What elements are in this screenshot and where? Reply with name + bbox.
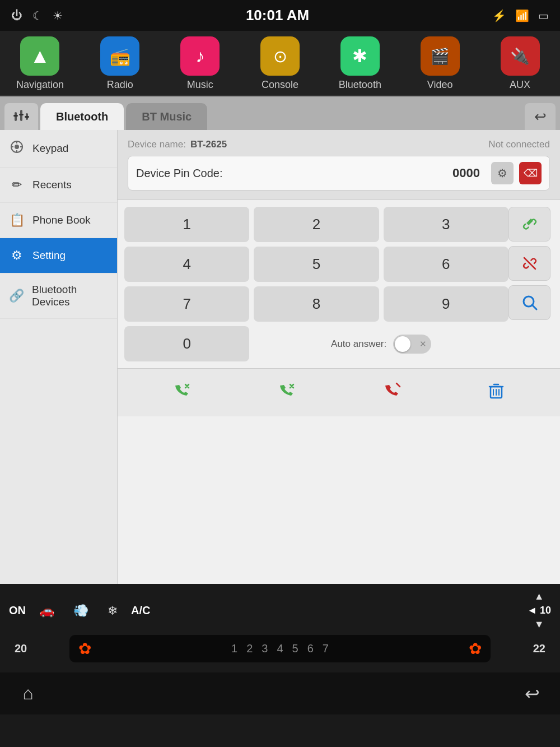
tab-bar: Bluetooth BT Music ↩: [0, 96, 560, 130]
device-status: Not connected: [488, 139, 550, 150]
climate-fan-icon[interactable]: 💨: [68, 601, 94, 620]
delete-button[interactable]: [477, 375, 516, 410]
app-radio[interactable]: 📻 Radio: [80, 31, 160, 95]
app-bluetooth[interactable]: ✱ Bluetooth: [320, 31, 400, 95]
radio-icon: 📻: [100, 36, 139, 76]
volume-controls: ▲ ◄ 10 ▼: [527, 591, 551, 630]
keypad-sidebar-icon: [9, 140, 25, 157]
setting-icon: ⚙: [9, 248, 25, 263]
fan-numbers: 1 2 3 4 5 6 7: [231, 642, 329, 655]
fan-num-2: 2: [246, 642, 253, 655]
pin-row: Device Pin Code: 0000 ⚙ ⌫: [128, 156, 550, 191]
recents-label: Recents: [32, 179, 72, 191]
link-icon: [520, 214, 540, 234]
bottom-nav: ⌂ ↩: [0, 672, 560, 714]
auto-answer-cell: Auto answer: ✕: [254, 326, 508, 361]
status-left-icons: ⏻ ☾ ☀: [11, 9, 63, 22]
recents-icon: ✏: [9, 178, 25, 192]
connect-button[interactable]: [508, 207, 550, 242]
call-outgoing-button[interactable]: [162, 375, 201, 410]
sidebar-item-bluetooth-devices[interactable]: 🔗 Bluetooth Devices: [0, 273, 117, 319]
tab-btmusic[interactable]: BT Music: [126, 103, 207, 130]
app-video[interactable]: 🎬 Video: [400, 31, 480, 95]
back-button[interactable]: ↩: [525, 103, 556, 130]
climate-defrost-icon[interactable]: ❄: [102, 601, 123, 620]
app-music[interactable]: ♪ Music: [160, 31, 240, 95]
numpad-1[interactable]: 1: [124, 207, 249, 242]
sidebar-item-keypad[interactable]: Keypad: [0, 130, 117, 168]
numpad-0[interactable]: 0: [124, 326, 249, 361]
console-label: Console: [262, 79, 298, 91]
sidebar: Keypad ✏ Recents 📋 Phone Book ⚙ Setting …: [0, 130, 118, 584]
pin-label: Device Pin Code:: [136, 167, 447, 180]
status-bar: ⏻ ☾ ☀ 10:01 AM ⚡ 📶 ▭: [0, 0, 560, 31]
svg-rect-3: [13, 115, 18, 117]
music-label: Music: [187, 79, 213, 91]
numpad-3[interactable]: 3: [384, 207, 508, 242]
display-icon: ▭: [538, 9, 549, 22]
volume-label: ◄ 10: [527, 605, 551, 616]
numpad-5[interactable]: 5: [254, 247, 379, 282]
back-nav-button[interactable]: ↩: [515, 677, 549, 711]
status-time: 10:01 AM: [246, 7, 309, 24]
power-icon: ⏻: [11, 9, 22, 22]
unlink-icon: [520, 253, 540, 273]
home-button[interactable]: ⌂: [11, 677, 45, 711]
keypad-icon-svg: [10, 140, 24, 154]
climate-car-icon[interactable]: 🚗: [34, 601, 60, 620]
call-reject-icon: [381, 380, 402, 401]
numpad-8[interactable]: 8: [254, 286, 379, 322]
app-navigation[interactable]: ▲ Navigation: [0, 31, 80, 95]
climate-on-label: ON: [9, 604, 26, 617]
call-bar: [118, 368, 560, 416]
aux-label: AUX: [510, 79, 530, 91]
tab-btmusic-label: BT Music: [142, 110, 192, 123]
fan-num-7: 7: [323, 642, 329, 655]
sidebar-item-recents[interactable]: ✏ Recents: [0, 168, 117, 203]
call-outgoing-icon: [171, 380, 192, 401]
numpad-4[interactable]: 4: [124, 247, 249, 282]
svg-rect-4: [19, 114, 24, 115]
device-panel: Device name: BT-2625 Not connected Devic…: [118, 130, 560, 200]
aux-icon: 🔌: [501, 36, 540, 76]
bluetooth-app-icon: ✱: [340, 36, 380, 76]
climate-ac-label: A/C: [131, 604, 150, 617]
wifi-icon: 📶: [515, 9, 529, 22]
video-label: Video: [427, 79, 453, 91]
keypad-grid-area: 1 2 3 4 5 6 7 8 9 0 Auto answer:: [118, 200, 560, 368]
fan-num-6: 6: [307, 642, 314, 655]
app-aux[interactable]: 🔌 AUX: [480, 31, 560, 95]
volume-down-button[interactable]: ▼: [534, 619, 544, 630]
call-reject-button[interactable]: [372, 375, 411, 410]
numpad-2[interactable]: 2: [254, 207, 379, 242]
numpad-9[interactable]: 9: [384, 286, 508, 322]
pin-gear-button[interactable]: ⚙: [491, 162, 514, 184]
numpad-7[interactable]: 7: [124, 286, 249, 322]
sidebar-item-setting[interactable]: ⚙ Setting: [0, 238, 117, 273]
app-console[interactable]: ⊙ Console: [240, 31, 320, 95]
numpad-6[interactable]: 6: [384, 247, 508, 282]
temp-right: 22: [533, 642, 545, 655]
auto-answer-toggle[interactable]: ✕: [393, 335, 431, 354]
fan-display: ✿ 1 2 3 4 5 6 7 ✿: [69, 635, 491, 662]
fan-num-3: 3: [262, 642, 268, 655]
keypad-area: Device name: BT-2625 Not connected Devic…: [118, 130, 560, 584]
volume-up-button[interactable]: ▲: [534, 591, 544, 602]
fan-row: 20 ✿ 1 2 3 4 5 6 7 ✿ 22: [9, 635, 551, 668]
call-incoming-button[interactable]: [267, 375, 306, 410]
search-button[interactable]: [508, 285, 550, 320]
fan-num-5: 5: [292, 642, 298, 655]
sidebar-item-phonebook[interactable]: 📋 Phone Book: [0, 203, 117, 238]
svg-rect-5: [25, 116, 29, 118]
settings-toggle-button[interactable]: [4, 103, 38, 130]
auto-answer-label: Auto answer:: [331, 338, 386, 350]
bluetooth-devices-icon: 🔗: [9, 289, 24, 303]
disconnect-button[interactable]: [508, 246, 550, 281]
navigation-icon: ▲: [20, 36, 59, 76]
device-name-value: BT-2625: [190, 139, 227, 150]
fan-num-4: 4: [277, 642, 283, 655]
tab-bluetooth[interactable]: Bluetooth: [40, 103, 124, 130]
pin-clear-button[interactable]: ⌫: [519, 162, 542, 184]
call-incoming-icon: [276, 380, 297, 401]
phonebook-icon: 📋: [9, 213, 25, 228]
